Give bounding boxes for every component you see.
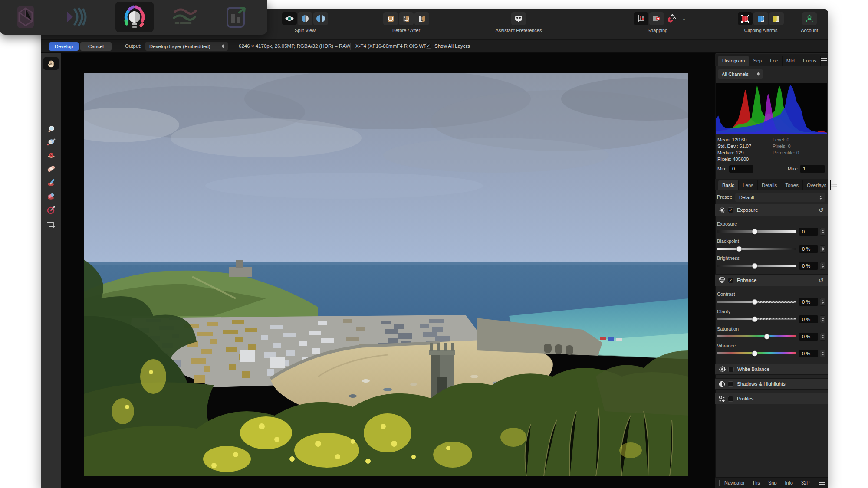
panel-drag-handle[interactable] bbox=[717, 58, 717, 64]
exposure-value[interactable]: 0 bbox=[799, 228, 818, 236]
blemish-removal-tool[interactable] bbox=[43, 162, 59, 175]
exposure-slider[interactable] bbox=[717, 230, 796, 233]
tab-tones[interactable]: Tones bbox=[781, 180, 803, 190]
clarity-value[interactable]: 0 % bbox=[799, 315, 818, 323]
snapping-dropdown-chevron[interactable]: ⌄ bbox=[681, 12, 687, 25]
snapping-magnet-button[interactable] bbox=[665, 12, 680, 25]
contrast-value[interactable]: 0 % bbox=[799, 298, 818, 306]
persona-tone-mapping[interactable] bbox=[166, 2, 203, 32]
histogram-plot[interactable] bbox=[716, 83, 827, 134]
slider-thumb[interactable] bbox=[752, 316, 758, 322]
enhance-enable-checkbox[interactable]: ✓ bbox=[728, 278, 733, 283]
persona-develop-active[interactable] bbox=[115, 2, 154, 32]
tab-overlays[interactable]: Overlays bbox=[803, 180, 831, 190]
develop-button[interactable]: Develop bbox=[49, 42, 79, 51]
tab-snapshots[interactable]: Snp bbox=[764, 478, 781, 488]
shadows-highlights-section-header[interactable]: ✓ Shadows & Highlights bbox=[715, 378, 828, 390]
view-hand-tool[interactable] bbox=[43, 57, 59, 70]
tab-histogram[interactable]: Histogram bbox=[718, 56, 749, 66]
slider-thumb[interactable] bbox=[736, 246, 742, 252]
exposure-reset-icon[interactable]: ↻ bbox=[819, 206, 824, 213]
exposure-section-header[interactable]: ✓ Exposure ↻ bbox=[715, 204, 828, 216]
cancel-button[interactable]: Cancel bbox=[80, 42, 112, 51]
tab-focus[interactable]: Focus bbox=[799, 56, 821, 66]
panel-menu-icon[interactable] bbox=[819, 480, 825, 486]
persona-export[interactable] bbox=[218, 2, 255, 32]
assistant-label: Assistant Preferences bbox=[484, 28, 553, 33]
brightness-stepper[interactable] bbox=[820, 262, 825, 270]
overlay-gradient-tool[interactable] bbox=[43, 203, 59, 216]
blackpoint-value[interactable]: 0 % bbox=[799, 245, 818, 253]
snapping-toggle-button[interactable] bbox=[634, 12, 648, 25]
tab-basic[interactable]: Basic bbox=[718, 180, 739, 190]
brightness-value[interactable]: 0 % bbox=[799, 262, 818, 270]
snapping-candidates-button[interactable] bbox=[649, 12, 664, 25]
tab-history[interactable]: His bbox=[749, 478, 764, 488]
panel-drag-handle[interactable] bbox=[717, 480, 720, 486]
saturation-stepper[interactable] bbox=[820, 333, 825, 341]
tab-details[interactable]: Details bbox=[758, 180, 781, 190]
panel-drag-handle[interactable] bbox=[717, 182, 717, 188]
saturation-slider[interactable] bbox=[717, 335, 796, 337]
clipping-shadows-button[interactable] bbox=[738, 12, 753, 25]
before-after-before-button[interactable] bbox=[383, 12, 398, 25]
saturation-value[interactable]: 0 % bbox=[799, 333, 818, 341]
persona-liquify[interactable] bbox=[56, 2, 94, 32]
before-after-split-button[interactable] bbox=[399, 12, 414, 25]
split-view-mirror-button[interactable] bbox=[313, 12, 328, 25]
shadows-highlights-enable-checkbox[interactable]: ✓ bbox=[728, 381, 733, 387]
tab-lens[interactable]: Lens bbox=[739, 180, 758, 190]
vibrance-slider[interactable] bbox=[717, 352, 796, 354]
slider-thumb[interactable] bbox=[752, 350, 758, 356]
max-input[interactable]: 1 bbox=[800, 165, 825, 173]
exposure-stepper[interactable] bbox=[820, 228, 825, 236]
overlay-erase-tool[interactable] bbox=[43, 189, 59, 202]
clipping-saturation-button[interactable] bbox=[769, 12, 784, 25]
preset-select[interactable]: Default bbox=[735, 193, 825, 202]
clipping-highlights-button[interactable] bbox=[753, 12, 768, 25]
tab-mtd[interactable]: Mtd bbox=[783, 56, 799, 66]
overlay-paint-tool[interactable] bbox=[43, 176, 59, 188]
zoom-tool[interactable] bbox=[43, 123, 59, 135]
split-view-split-button[interactable] bbox=[298, 12, 312, 25]
white-balance-tool[interactable] bbox=[43, 136, 59, 148]
white-balance-enable-checkbox[interactable]: ✓ bbox=[728, 367, 734, 372]
tab-32-preview[interactable]: 32P bbox=[797, 478, 814, 488]
crop-tool[interactable] bbox=[43, 218, 59, 230]
contrast-stepper[interactable] bbox=[820, 298, 825, 306]
clarity-stepper[interactable] bbox=[820, 315, 825, 323]
exposure-enable-checkbox[interactable]: ✓ bbox=[728, 207, 733, 213]
panel-menu-icon[interactable] bbox=[821, 57, 827, 63]
blackpoint-slider[interactable] bbox=[717, 248, 796, 250]
slider-thumb[interactable] bbox=[752, 299, 758, 305]
brightness-slider[interactable] bbox=[717, 265, 796, 267]
slider-thumb[interactable] bbox=[752, 229, 758, 234]
profiles-enable-checkbox[interactable]: ✓ bbox=[728, 396, 733, 402]
vibrance-stepper[interactable] bbox=[820, 350, 825, 357]
assistant-preferences-button[interactable] bbox=[511, 12, 526, 25]
white-balance-section-header[interactable]: ✓ White Balance bbox=[715, 364, 828, 375]
blackpoint-stepper[interactable] bbox=[820, 245, 825, 253]
output-select[interactable]: Develop Layer (Embedded) bbox=[145, 42, 228, 51]
tab-scope[interactable]: Scp bbox=[749, 56, 766, 66]
tab-navigator[interactable]: Navigator bbox=[720, 478, 749, 488]
account-button[interactable] bbox=[802, 12, 817, 25]
persona-photo[interactable] bbox=[7, 2, 44, 32]
clarity-slider[interactable] bbox=[717, 318, 796, 320]
tab-info[interactable]: Info bbox=[781, 478, 797, 488]
tab-loc[interactable]: Loc bbox=[766, 56, 783, 66]
split-view-single-button[interactable] bbox=[282, 12, 297, 25]
vibrance-value[interactable]: 0 % bbox=[799, 350, 818, 357]
min-input[interactable]: 0 bbox=[729, 165, 753, 173]
show-all-layers-checkbox[interactable]: ✓ bbox=[426, 43, 431, 49]
panel-menu-icon[interactable] bbox=[831, 182, 837, 188]
red-eye-removal-tool[interactable] bbox=[43, 149, 59, 161]
contrast-slider[interactable] bbox=[717, 301, 796, 303]
slider-thumb[interactable] bbox=[764, 334, 769, 339]
before-after-vertical-button[interactable] bbox=[414, 12, 429, 25]
profiles-section-header[interactable]: ✓ Profiles bbox=[715, 393, 828, 404]
enhance-reset-icon[interactable]: ↻ bbox=[819, 277, 824, 284]
channel-select[interactable]: All Channels bbox=[718, 69, 763, 79]
slider-thumb[interactable] bbox=[752, 263, 758, 269]
enhance-section-header[interactable]: ✓ Enhance ↻ bbox=[715, 274, 828, 286]
